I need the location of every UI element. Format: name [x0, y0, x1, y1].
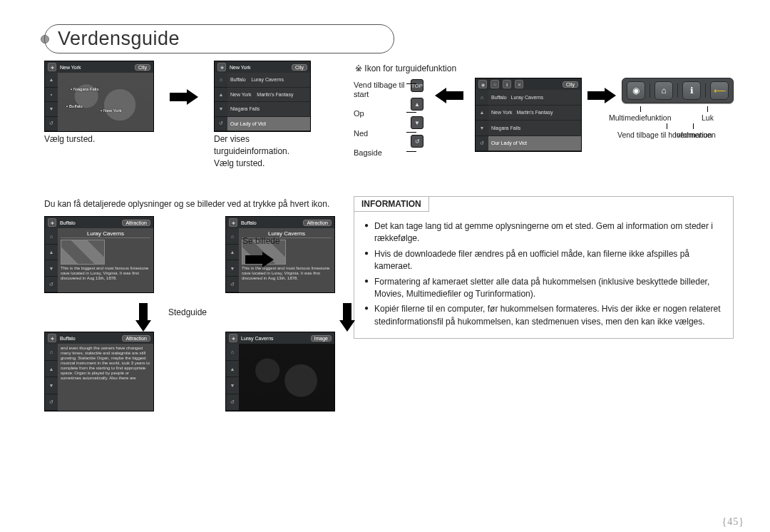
multimedia-icon: ◉: [627, 81, 645, 100]
list-item: Buffalo Luray Caverns: [488, 90, 581, 106]
shot-icon-tag: City: [563, 81, 578, 88]
list-item: Buffalo Luray Caverns: [227, 73, 310, 88]
step2-caption: Der vises turguideinformation. Vælg turs…: [214, 133, 311, 169]
close-icon: ✕: [515, 80, 523, 88]
home-icon: ⌂: [654, 81, 673, 100]
arrow-left-wrap: [435, 88, 463, 103]
shot2-tag: City: [292, 64, 307, 71]
icon-bar-block: ◉ ⌂ ℹ ⟵ Multimediefunktion Vend tilbage …: [622, 78, 734, 153]
detailC-tag: Attraction: [122, 335, 150, 342]
right-column: ※ Ikon for turguidefunktion Vend tilbage…: [354, 61, 734, 411]
globe-icon: ◉: [478, 80, 487, 88]
list-item: Niagara Falls: [227, 102, 310, 117]
plus-icon: ✚: [229, 334, 237, 342]
down-icon: ▼: [411, 116, 423, 129]
home-icon: ⌂: [491, 80, 499, 88]
top-flow-row: ✚ New York City ▲▪▼↺ Niagara Falls Buffa…: [44, 61, 335, 169]
close-icon: ⟵: [710, 81, 729, 100]
screenshot-detail-a: ✚ Buffalo Attraction ⌂▲▼↺ Luray Caverns: [44, 216, 154, 293]
screenshot-map: ✚ New York City ▲▪▼↺ Niagara Falls Buffa…: [44, 61, 154, 132]
icon-section-heading: ※ Ikon for turguidefunktion: [355, 63, 734, 73]
detail-row2: ✚ Buffalo Attraction ⌂▲▼↺ and even thoug…: [44, 332, 335, 411]
shot1-tag: City: [135, 64, 150, 71]
top-icon: TOP: [411, 79, 423, 92]
information-list: Det kan tage lang tid at gemme oplysning…: [354, 220, 733, 328]
screenshot-iconbar: ◉ ⌂ ℹ ✕ City ⌂▲▼↺ Buffalo Luray Caverns …: [475, 78, 582, 152]
arrow-right-icon: [587, 88, 616, 103]
icon-legend-row: Vend tilbage til start Op Ned Bagside TO…: [354, 78, 734, 158]
detailA-title: Buffalo: [60, 220, 76, 225]
info-icon: ℹ: [682, 81, 701, 100]
map-place: Buffalo: [66, 104, 83, 108]
lbl-close: Luk: [702, 113, 714, 123]
mid-sentence: Du kan få detaljerede oplysninger og se …: [44, 199, 335, 209]
step1-caption: Vælg tursted.: [44, 133, 154, 145]
info-item: Det kan tage lang tid at gemme oplysning…: [364, 220, 723, 245]
list-item: New York Martin's Fantasy: [488, 106, 581, 121]
detailB-title: Buffalo: [241, 220, 257, 225]
information-heading: INFORMATION: [354, 196, 429, 212]
manual-page: Verdensguide ✚ New York City ▲▪▼↺: [0, 0, 770, 532]
info-item: Kopiér filerne til en computer, før huko…: [364, 303, 723, 328]
arrow-down-icon: [135, 303, 151, 332]
lbl-information: Information: [674, 131, 712, 140]
up-icon: ▲: [411, 98, 423, 111]
list-item: New York Martin's Fantasy: [227, 88, 310, 103]
detailB-tag: Attraction: [303, 220, 332, 226]
lbl-multimedia: Multimediefunktion: [609, 113, 672, 123]
plus-icon: ✚: [48, 63, 56, 71]
icon-bar: ◉ ⌂ ℹ ⟵: [622, 78, 734, 103]
back-icon: ↺: [411, 135, 423, 148]
detail-flow: ✚ Buffalo Attraction ⌂▲▼↺ Luray Caverns: [44, 216, 335, 411]
map-place: New York: [101, 108, 121, 113]
list-item: Niagara Falls: [488, 121, 581, 136]
map-place: Niagara Falls: [71, 87, 98, 91]
columns: ✚ New York City ▲▪▼↺ Niagara Falls Buffa…: [44, 61, 726, 411]
screenshot-detail-d: ✚ Luray Caverns Image ⌂▲▼↺: [225, 332, 335, 411]
page-number: {45}: [722, 516, 744, 528]
information-box: INFORMATION Det kan tage lang tid at gem…: [354, 196, 734, 339]
plus-icon: ✚: [48, 334, 56, 342]
label-se-billede: Se billede: [242, 236, 280, 246]
shot2-title: New York: [230, 65, 251, 70]
page-title: Verdensguide: [44, 24, 394, 53]
left-column: ✚ New York City ▲▪▼↺ Niagara Falls Buffa…: [44, 61, 335, 411]
info-icon: ℹ: [503, 80, 511, 88]
detailA-place: Luray Caverns: [61, 230, 150, 238]
shot1-title: New York: [60, 65, 81, 70]
detailB-desc: This is the biggest and most famous lime…: [242, 266, 332, 291]
page-title-tab: Verdensguide: [44, 24, 726, 53]
icon-bar-labels: Multimediefunktion Vend tilbage til hove…: [622, 111, 734, 153]
arrow-left-icon: [435, 88, 463, 103]
label-stedguide: Stedguide: [168, 307, 207, 317]
list-item: Our Lady of Vict: [227, 117, 310, 132]
detailC-title: Buffalo: [60, 336, 76, 341]
plus-icon: ✚: [229, 218, 237, 227]
arrow-right-icon: [170, 89, 198, 105]
info-item: Hvis de downloadede filer ændres på en u…: [364, 248, 723, 273]
lbl-back-to-start: Vend tilbage til start: [354, 81, 405, 99]
plus-icon: ✚: [217, 63, 226, 71]
detailA-tag: Attraction: [122, 220, 150, 226]
list-item: Our Lady of Vict: [488, 136, 581, 152]
detailD-title: Luray Caverns: [241, 336, 274, 341]
info-item: Formatering af kameraet sletter alle dat…: [364, 276, 723, 301]
step1: ✚ New York City ▲▪▼↺ Niagara Falls Buffa…: [44, 61, 154, 145]
arrow-down-icon: [339, 303, 355, 332]
lbl-back: Bagside: [354, 148, 405, 158]
icon-left-labels: Vend tilbage til start Op Ned Bagside: [354, 81, 405, 158]
screenshot-detail-c: ✚ Buffalo Attraction ⌂▲▼↺ and even thoug…: [44, 332, 154, 411]
lbl-up: Op: [354, 109, 405, 118]
detail-row1: ✚ Buffalo Attraction ⌂▲▼↺ Luray Caverns: [44, 216, 335, 293]
screenshot-detail-b: ✚ Buffalo Attraction ⌂▲▼↺ Luray Caverns: [225, 216, 335, 293]
thumbnail-image: [61, 240, 105, 265]
step2: ✚ New York City ⌂▲▼↺ Buffalo Luray Caver…: [214, 61, 311, 169]
detailA-desc: This is the biggest and most famous lime…: [61, 266, 150, 291]
icon-left-column: TOP ▲ ▼ ↺: [411, 79, 423, 148]
arrow-right-icon: [245, 252, 274, 267]
detailC-desc: and even though the owners have changed …: [61, 346, 150, 409]
lbl-down: Ned: [354, 129, 405, 138]
plus-icon: ✚: [48, 218, 56, 227]
detailD-tag: Image: [311, 335, 332, 342]
screenshot-list: ✚ New York City ⌂▲▼↺ Buffalo Luray Caver…: [214, 61, 311, 132]
